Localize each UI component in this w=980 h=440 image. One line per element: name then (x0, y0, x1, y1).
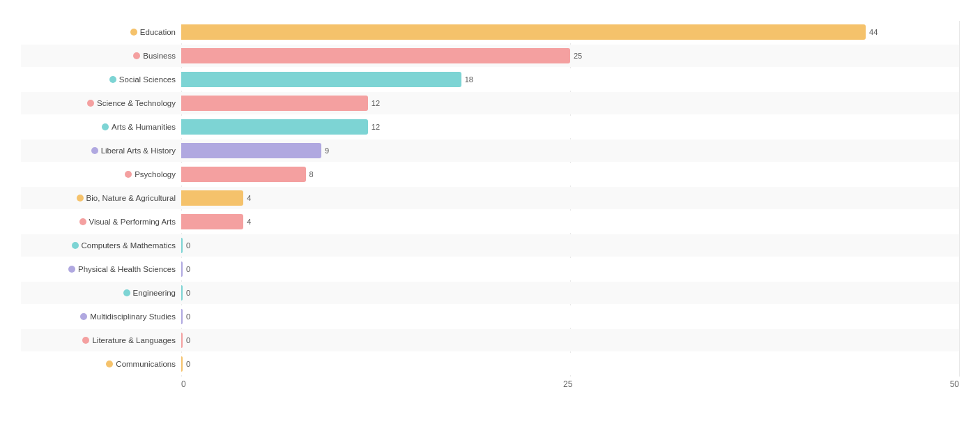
bar-row: Business25 (21, 45, 959, 67)
bar-value-label: 8 (309, 170, 314, 179)
x-tick-label: 0 (181, 379, 186, 389)
bar-label: Literature & Languages (92, 336, 176, 344)
bar-label: Psychology (135, 170, 176, 179)
bar-row: Arts & Humanities12 (21, 116, 959, 138)
bar-row: Psychology8 (21, 163, 959, 185)
bar-value-label: 4 (247, 194, 251, 202)
x-axis-labels: 02550 (181, 379, 959, 389)
bar-dot-icon (68, 266, 75, 273)
bar-label-container: Literature & Languages (21, 336, 181, 344)
bar-fill (181, 333, 183, 348)
bar-dot-icon (106, 361, 113, 367)
bar-track: 4 (181, 211, 959, 233)
bar-fill (181, 96, 368, 111)
bar-label-container: Physical & Health Sciences (21, 265, 181, 273)
bar-dot-icon (123, 289, 130, 296)
bar-label: Multidisciplinary Studies (90, 312, 176, 321)
bar-dot-icon (80, 313, 87, 320)
bar-label: Liberal Arts & History (101, 146, 176, 155)
bar-value-label: 0 (186, 312, 190, 321)
bar-dot-icon (102, 123, 109, 130)
bar-label: Social Sciences (119, 75, 176, 84)
bar-fill (181, 72, 461, 87)
bar-label-container: Computers & Mathematics (21, 241, 181, 250)
bar-value-label: 25 (574, 52, 582, 60)
bar-label-container: Engineering (21, 289, 181, 297)
bar-row: Social Sciences18 (21, 68, 959, 91)
bar-fill (181, 190, 243, 206)
bar-label-container: Communications (21, 360, 181, 368)
bar-label: Computers & Mathematics (82, 241, 176, 250)
bar-track: 4 (181, 187, 959, 209)
bar-fill (181, 238, 183, 253)
x-tick-label: 50 (950, 379, 959, 389)
bar-track: 0 (181, 305, 959, 328)
bar-label-container: Visual & Performing Arts (21, 218, 181, 226)
bar-dot-icon (133, 52, 140, 59)
bar-value-label: 9 (325, 146, 329, 155)
bar-label-container: Bio, Nature & Agricultural (21, 194, 181, 202)
bar-track: 12 (181, 116, 959, 138)
bar-row: Liberal Arts & History9 (21, 139, 959, 162)
bar-value-label: 0 (186, 241, 190, 250)
bar-track: 44 (181, 21, 959, 43)
bar-track: 12 (181, 92, 959, 114)
bar-track: 0 (181, 353, 959, 375)
bar-fill (181, 356, 183, 372)
bar-value-label: 0 (186, 265, 190, 273)
bar-value-label: 0 (186, 289, 190, 297)
bar-label-container: Business (21, 52, 181, 60)
bar-track: 9 (181, 139, 959, 162)
bar-dot-icon (109, 76, 116, 83)
bar-dot-icon (130, 29, 137, 36)
bar-row: Communications0 (21, 353, 959, 375)
bar-label: Communications (116, 360, 176, 368)
bar-fill (181, 24, 866, 40)
bar-fill (181, 167, 306, 182)
bar-track: 0 (181, 329, 959, 351)
bar-fill (181, 214, 243, 229)
bar-dot-icon (79, 218, 86, 225)
bar-track: 25 (181, 45, 959, 67)
bar-value-label: 12 (372, 123, 380, 131)
bar-label-container: Arts & Humanities (21, 123, 181, 131)
bar-label: Visual & Performing Arts (89, 218, 176, 226)
bar-fill (181, 309, 183, 324)
bar-fill (181, 119, 368, 135)
bar-fill (181, 261, 183, 277)
bar-label-container: Education (21, 28, 181, 36)
bar-value-label: 12 (372, 99, 380, 107)
bar-value-label: 0 (186, 360, 190, 368)
bar-row: Science & Technology12 (21, 92, 959, 114)
bar-label: Physical & Health Sciences (78, 265, 176, 273)
bar-label-container: Multidisciplinary Studies (21, 312, 181, 321)
bar-label: Bio, Nature & Agricultural (86, 194, 176, 202)
bar-dot-icon (72, 242, 79, 249)
bar-row: Multidisciplinary Studies0 (21, 305, 959, 328)
bar-dot-icon (91, 147, 98, 154)
bars-area: Education44Business25Social Sciences18Sc… (21, 21, 959, 377)
bar-label-container: Psychology (21, 170, 181, 179)
bar-value-label: 4 (247, 218, 251, 226)
bar-dot-icon (87, 100, 94, 107)
bar-row: Physical & Health Sciences0 (21, 258, 959, 280)
bar-dot-icon (125, 171, 132, 178)
bar-row: Bio, Nature & Agricultural4 (21, 187, 959, 209)
bar-row: Literature & Languages0 (21, 329, 959, 351)
bar-label-container: Liberal Arts & History (21, 146, 181, 155)
bar-label-container: Social Sciences (21, 75, 181, 84)
bar-value-label: 44 (869, 28, 878, 36)
bar-label: Science & Technology (97, 99, 176, 107)
chart-container: Education44Business25Social Sciences18Sc… (0, 0, 980, 440)
bar-label: Engineering (133, 289, 176, 297)
bar-fill (181, 285, 183, 301)
bar-track: 8 (181, 163, 959, 185)
bar-label: Arts & Humanities (112, 123, 176, 131)
bar-value-label: 0 (186, 336, 190, 344)
bar-label-container: Science & Technology (21, 99, 181, 107)
bar-track: 18 (181, 68, 959, 91)
bar-label: Business (143, 52, 176, 60)
bar-track: 0 (181, 282, 959, 304)
bar-fill (181, 48, 570, 63)
bar-row: Engineering0 (21, 282, 959, 304)
